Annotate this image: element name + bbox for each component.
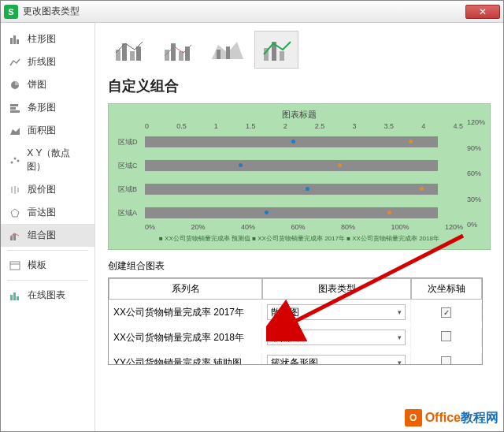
svg-rect-22 bbox=[116, 50, 120, 61]
template-icon bbox=[9, 260, 21, 271]
table-body: XX公司货物销量完成率 2017年 散点图 ▾ XX公司货物销量完成率 2018… bbox=[109, 300, 482, 364]
bar-row: 区域A bbox=[145, 207, 463, 218]
subtype-row bbox=[108, 31, 491, 69]
table-header: 系列名 图表类型 次坐标轴 bbox=[109, 278, 482, 300]
chart-preview: 图表标题 0 0.5 1 1.5 2 2.5 3 3.5 4 4.5 120% … bbox=[108, 103, 491, 250]
sidebar-item-label: 柱形图 bbox=[28, 32, 56, 46]
svg-point-10 bbox=[17, 160, 19, 162]
sidebar-item-area[interactable]: 面积图 bbox=[1, 119, 94, 142]
svg-rect-27 bbox=[171, 43, 176, 61]
series-table: 系列名 图表类型 次坐标轴 XX公司货物销量完成率 2017年 散点图 ▾ bbox=[108, 277, 483, 365]
watermark-icon: O bbox=[405, 409, 422, 426]
subtype-clustered-column-line[interactable] bbox=[108, 31, 152, 69]
sidebar-item-stock[interactable]: 股价图 bbox=[1, 178, 94, 201]
svg-rect-20 bbox=[13, 292, 16, 300]
sidebar-item-label: 饼图 bbox=[28, 78, 46, 91]
svg-rect-21 bbox=[17, 296, 19, 300]
svg-point-9 bbox=[13, 158, 16, 160]
online-icon bbox=[9, 290, 21, 301]
svg-point-8 bbox=[10, 162, 13, 164]
secondary-axis-checkbox[interactable] bbox=[441, 331, 451, 341]
sidebar-item-label: 在线图表 bbox=[28, 289, 65, 302]
sidebar-separator bbox=[7, 280, 88, 281]
chart-type-dropdown[interactable]: 散点图 ▾ bbox=[267, 304, 406, 320]
sidebar-item-pie[interactable]: 饼图 bbox=[1, 73, 94, 96]
sidebar-item-label: 股价图 bbox=[28, 183, 56, 196]
app-icon: S bbox=[4, 5, 18, 19]
hbar-icon bbox=[9, 102, 21, 114]
chevron-down-icon: ▾ bbox=[398, 359, 402, 364]
bar-row: 区域B bbox=[145, 184, 463, 195]
sidebar-item-radar[interactable]: 雷达图 bbox=[1, 201, 94, 224]
sidebar-item-label: 面积图 bbox=[28, 124, 56, 137]
pie-icon bbox=[9, 80, 21, 91]
sidebar-item-label: 模板 bbox=[28, 259, 46, 272]
dropdown-value: 散点图 bbox=[271, 306, 299, 319]
dialog-window: S 更改图表类型 ✕ 柱形图 折线图 饼图 条形图 bbox=[0, 0, 504, 432]
chart-type-dropdown[interactable]: 簇状条形图 ▾ bbox=[267, 355, 406, 364]
svg-rect-5 bbox=[10, 107, 16, 110]
svg-marker-7 bbox=[10, 128, 20, 135]
axis-bottom: 0% 20% 40% 60% 80% 100% 120% bbox=[113, 218, 485, 231]
svg-marker-14 bbox=[11, 209, 19, 217]
sidebar-item-bar[interactable]: 条形图 bbox=[1, 96, 94, 119]
col-chart-type: 图表类型 bbox=[262, 278, 411, 300]
close-button[interactable]: ✕ bbox=[465, 5, 500, 19]
svg-rect-6 bbox=[10, 110, 20, 113]
sidebar-item-combo[interactable]: 组合图 bbox=[1, 224, 94, 247]
sidebar-item-column[interactable]: 柱形图 bbox=[1, 28, 94, 50]
radar-icon bbox=[9, 207, 21, 218]
chart-type-sidebar: 柱形图 折线图 饼图 条形图 面积图 X Y（散点图） bbox=[1, 23, 95, 431]
subtype-stacked-area-column[interactable] bbox=[206, 31, 250, 69]
chevron-down-icon: ▾ bbox=[398, 308, 402, 316]
titlebar: S 更改图表类型 ✕ bbox=[1, 1, 503, 23]
chart-type-dropdown[interactable]: 散点图 ▾ bbox=[267, 330, 406, 345]
sidebar-item-label: 雷达图 bbox=[28, 206, 56, 219]
series-name-cell: YY公司货物销量完成率 辅助图 bbox=[109, 353, 262, 365]
table-row: XX公司货物销量完成率 2017年 散点图 ▾ bbox=[109, 300, 482, 325]
bars-icon bbox=[9, 34, 21, 45]
sidebar-item-template[interactable]: 模板 bbox=[1, 254, 94, 277]
subtype-clustered-column-line-secondary[interactable] bbox=[157, 31, 201, 69]
svg-rect-19 bbox=[10, 295, 13, 300]
area-icon bbox=[9, 125, 21, 136]
col-secondary-axis: 次坐标轴 bbox=[411, 278, 482, 300]
sidebar-item-label: 组合图 bbox=[28, 229, 56, 242]
scatter-icon bbox=[9, 155, 20, 166]
sidebar-separator bbox=[7, 250, 88, 251]
svg-rect-35 bbox=[280, 51, 284, 61]
bar-row: 区域C bbox=[145, 160, 463, 171]
close-icon: ✕ bbox=[479, 6, 487, 17]
chart-legend: ■ XX公司货物销量完成率 预测值 ■ XX公司货物销量完成率 2017年 ■ … bbox=[113, 234, 485, 243]
combo-icon bbox=[9, 230, 21, 241]
sidebar-item-scatter[interactable]: X Y（散点图） bbox=[1, 142, 94, 178]
window-title: 更改图表类型 bbox=[23, 5, 80, 18]
secondary-axis-checkbox[interactable] bbox=[441, 356, 451, 364]
bar-row: 区域D bbox=[145, 136, 463, 147]
chart-bars: 区域D 区域C 区域B 区域A bbox=[113, 135, 485, 218]
axis-right: 120% 90% 60% 30% 0% bbox=[467, 118, 485, 229]
svg-rect-0 bbox=[10, 38, 13, 44]
series-name-cell: XX公司货物销量完成率 2018年 bbox=[109, 328, 262, 348]
create-combo-label: 创建组合图表 bbox=[108, 259, 491, 273]
svg-rect-2 bbox=[17, 39, 19, 44]
dropdown-value: 簇状条形图 bbox=[271, 356, 318, 365]
watermark: O Office教程网 bbox=[405, 409, 498, 426]
subtype-custom-combo[interactable] bbox=[254, 31, 298, 69]
sidebar-item-line[interactable]: 折线图 bbox=[1, 50, 94, 73]
axis-top: 0 0.5 1 1.5 2 2.5 3 3.5 4 4.5 bbox=[113, 121, 485, 130]
dialog-body: 柱形图 折线图 饼图 条形图 面积图 X Y（散点图） bbox=[1, 23, 503, 431]
chart-title: 图表标题 bbox=[113, 109, 485, 121]
sidebar-item-label: X Y（散点图） bbox=[27, 147, 87, 173]
sidebar-item-label: 条形图 bbox=[28, 101, 56, 114]
svg-rect-4 bbox=[10, 104, 18, 106]
sidebar-item-online[interactable]: 在线图表 bbox=[1, 284, 94, 307]
table-row: XX公司货物销量完成率 2018年 散点图 ▾ bbox=[109, 325, 482, 350]
svg-rect-25 bbox=[136, 47, 141, 61]
stock-icon bbox=[9, 184, 21, 196]
secondary-axis-checkbox[interactable] bbox=[441, 307, 451, 318]
sidebar-item-label: 折线图 bbox=[28, 55, 56, 69]
col-series-name: 系列名 bbox=[109, 278, 262, 300]
svg-rect-17 bbox=[10, 262, 20, 270]
line-icon bbox=[9, 57, 21, 68]
